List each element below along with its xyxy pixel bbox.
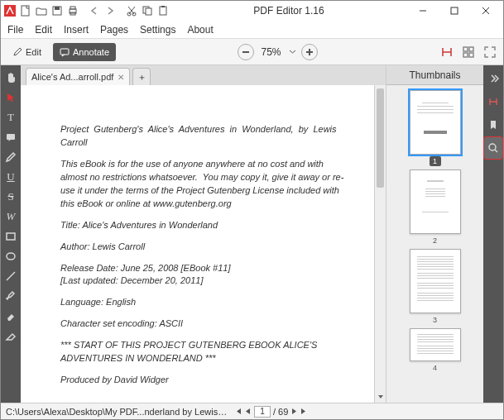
tab-close-icon[interactable]: ✕	[118, 73, 124, 82]
tab-bar: Alice's Ad...arroll.pdf✕ ＋	[21, 65, 386, 85]
collapse-panel-button[interactable]	[484, 68, 502, 89]
svg-point-21	[7, 253, 15, 260]
svg-rect-20	[7, 233, 15, 240]
fullscreen-button[interactable]	[482, 44, 498, 60]
whiteout-tool[interactable]	[2, 327, 20, 345]
single-page-view-button[interactable]	[439, 44, 455, 60]
underline-tool[interactable]: U	[2, 168, 20, 186]
scrollbar-thumb[interactable]	[377, 88, 384, 188]
tab-label: Alice's Ad...arroll.pdf	[31, 72, 113, 82]
menu-pages[interactable]: Pages	[100, 24, 128, 36]
line-tool[interactable]	[2, 267, 20, 285]
undo-icon[interactable]	[88, 4, 101, 17]
menu-about[interactable]: About	[187, 24, 213, 36]
thumbnail-item[interactable]: 4	[410, 328, 461, 373]
menu-insert[interactable]: Insert	[64, 24, 89, 36]
menu-settings[interactable]: Settings	[140, 24, 175, 36]
doc-line: Character set encoding: ASCII	[60, 317, 346, 331]
new-icon[interactable]	[19, 4, 32, 17]
new-tab-button[interactable]: ＋	[132, 68, 151, 85]
doc-line: Produced by David Widger	[60, 374, 346, 387]
doc-line: Project Gutenberg's Alice's Adventures i…	[60, 123, 346, 150]
app-icon	[3, 4, 17, 17]
menu-file[interactable]: File	[7, 24, 23, 36]
annotate-mode-label: Annotate	[73, 47, 109, 57]
search-panel-button[interactable]	[484, 137, 502, 159]
doc-line: Author: Lewis Carroll	[60, 241, 346, 254]
redo-icon[interactable]	[103, 4, 117, 17]
svg-rect-16	[469, 47, 473, 51]
prev-page-button[interactable]	[244, 407, 252, 417]
thumbnail-item[interactable]: 2	[410, 169, 461, 246]
open-icon[interactable]	[35, 4, 48, 17]
left-tool-strip: T U S W	[1, 65, 21, 403]
right-panel-strip	[483, 65, 503, 403]
bookmarks-panel-button[interactable]	[484, 114, 502, 136]
text-tool[interactable]: T	[2, 108, 20, 126]
svg-rect-13	[451, 7, 458, 14]
note-tool[interactable]	[2, 128, 20, 146]
doc-line: This eBook is for the use of anyone anyw…	[60, 158, 346, 211]
zoom-dropdown-icon[interactable]	[289, 48, 296, 55]
hand-tool[interactable]	[2, 69, 20, 87]
main-area: T U S W Alice's Ad...arroll.pdf✕ ＋ Proje…	[1, 65, 503, 403]
annotate-mode-button[interactable]: Annotate	[53, 43, 116, 61]
page-total: / 69	[273, 407, 288, 417]
svg-rect-19	[7, 134, 15, 140]
svg-rect-14	[60, 49, 69, 55]
ellipse-tool[interactable]	[2, 247, 20, 265]
first-page-button[interactable]	[234, 407, 242, 417]
copy-icon[interactable]	[141, 4, 154, 17]
doc-line: Release Date: June 25, 2008 [EBook #11] …	[60, 262, 346, 289]
paste-icon[interactable]	[156, 4, 170, 17]
page-viewport[interactable]: Project Gutenberg's Alice's Adventures i…	[21, 85, 386, 403]
svg-rect-18	[469, 53, 473, 57]
save-icon[interactable]	[50, 4, 64, 17]
pencil-tool[interactable]	[2, 148, 20, 166]
vertical-scrollbar[interactable]	[374, 85, 386, 403]
edit-mode-button[interactable]: Edit	[6, 43, 48, 61]
file-path: C:\Users\Alexa\Desktop\My PDF...nderland…	[6, 407, 229, 417]
svg-rect-17	[463, 53, 468, 57]
thumbnail-item[interactable]: 1	[410, 90, 461, 166]
svg-rect-11	[160, 7, 166, 15]
svg-rect-5	[70, 7, 75, 9]
thumbnails-panel-button[interactable]	[484, 91, 502, 112]
zoom-in-button[interactable]	[301, 44, 318, 60]
maximize-button[interactable]	[439, 1, 470, 21]
thumbnails-list[interactable]: 1 2 3 4	[386, 85, 483, 403]
close-button[interactable]	[470, 1, 502, 21]
title-bar: PDF Editor 1.16	[1, 1, 503, 21]
edit-mode-label: Edit	[26, 47, 41, 57]
multi-page-view-button[interactable]	[460, 44, 477, 60]
svg-point-22	[489, 144, 496, 150]
highlight-tool[interactable]	[2, 287, 20, 305]
svg-rect-15	[463, 47, 468, 51]
minimize-button[interactable]	[407, 1, 439, 21]
print-icon[interactable]	[66, 4, 79, 17]
scroll-down-icon[interactable]	[375, 391, 386, 403]
svg-rect-10	[146, 8, 151, 15]
last-page-button[interactable]	[300, 407, 308, 417]
rectangle-tool[interactable]	[2, 227, 20, 246]
thumbnail-number: 4	[430, 363, 441, 373]
next-page-button[interactable]	[290, 407, 298, 417]
select-tool[interactable]	[2, 88, 20, 107]
svg-rect-3	[55, 7, 60, 10]
current-page-input[interactable]: 1	[254, 406, 271, 418]
thumbnail-number: 1	[430, 156, 441, 166]
menu-bar: File Edit Insert Pages Settings About	[1, 21, 503, 39]
thumbnail-number: 3	[430, 315, 441, 325]
doc-line: Language: English	[60, 296, 346, 309]
zoom-value[interactable]: 75%	[259, 46, 284, 58]
document-tab[interactable]: Alice's Ad...arroll.pdf✕	[26, 68, 130, 85]
thumbnail-item[interactable]: 3	[410, 249, 461, 325]
cut-icon[interactable]	[125, 4, 138, 17]
strikethrough-tool[interactable]: S	[2, 188, 20, 206]
zoom-out-button[interactable]	[238, 44, 254, 60]
svg-rect-12	[161, 6, 165, 7]
squiggly-tool[interactable]: W	[2, 208, 20, 226]
menu-edit[interactable]: Edit	[35, 24, 52, 36]
eraser-tool[interactable]	[2, 307, 20, 325]
thumbnail-page	[410, 249, 461, 313]
